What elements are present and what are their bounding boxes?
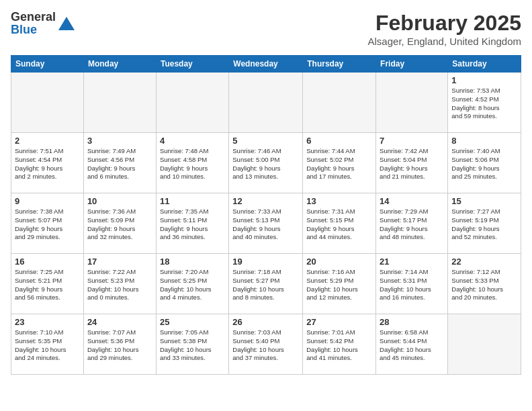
calendar-cell: [376, 73, 448, 133]
weekday-header-tuesday: Tuesday: [156, 56, 228, 73]
calendar-cell: [229, 73, 303, 133]
day-number: 7: [380, 136, 444, 146]
calendar-cell: 13Sunrise: 7:31 AM Sunset: 5:15 PM Dayli…: [303, 193, 376, 254]
calendar-cell: 1Sunrise: 7:53 AM Sunset: 4:52 PM Daylig…: [448, 73, 521, 133]
day-info: Sunrise: 7:35 AM Sunset: 5:11 PM Dayligh…: [160, 208, 225, 242]
day-number: 9: [15, 196, 80, 206]
day-number: 19: [232, 257, 299, 267]
day-number: 18: [160, 257, 225, 267]
day-info: Sunrise: 7:42 AM Sunset: 5:04 PM Dayligh…: [380, 147, 444, 181]
logo-blue: Blue: [11, 23, 37, 36]
calendar-cell: 6Sunrise: 7:44 AM Sunset: 5:02 PM Daylig…: [303, 133, 376, 193]
day-info: Sunrise: 7:14 AM Sunset: 5:31 PM Dayligh…: [380, 268, 444, 302]
calendar-cell: [83, 73, 156, 133]
calendar-cell: 2Sunrise: 7:51 AM Sunset: 4:54 PM Daylig…: [11, 133, 84, 193]
day-number: 5: [232, 136, 299, 146]
day-info: Sunrise: 7:07 AM Sunset: 5:36 PM Dayligh…: [87, 328, 152, 363]
calendar-cell: 4Sunrise: 7:48 AM Sunset: 4:58 PM Daylig…: [156, 133, 228, 193]
day-number: 11: [160, 196, 225, 206]
day-number: 8: [451, 136, 517, 146]
calendar-cell: [11, 73, 84, 133]
day-number: 6: [306, 136, 372, 146]
logo: General Blue: [11, 11, 76, 36]
day-info: Sunrise: 7:49 AM Sunset: 4:56 PM Dayligh…: [87, 147, 152, 181]
day-info: Sunrise: 7:20 AM Sunset: 5:25 PM Dayligh…: [160, 268, 225, 302]
day-info: Sunrise: 7:05 AM Sunset: 5:38 PM Dayligh…: [160, 328, 225, 363]
day-number: 21: [380, 257, 444, 267]
calendar-cell: 8Sunrise: 7:40 AM Sunset: 5:06 PM Daylig…: [448, 133, 521, 193]
weekday-header-sunday: Sunday: [11, 56, 84, 73]
weekday-header-monday: Monday: [83, 56, 156, 73]
day-number: 1: [451, 75, 517, 85]
day-info: Sunrise: 7:51 AM Sunset: 4:54 PM Dayligh…: [15, 147, 80, 181]
calendar-cell: [448, 314, 521, 375]
calendar-cell: 25Sunrise: 7:05 AM Sunset: 5:38 PM Dayli…: [156, 314, 228, 375]
weekday-header-wednesday: Wednesday: [229, 56, 303, 73]
calendar-cell: 9Sunrise: 7:38 AM Sunset: 5:07 PM Daylig…: [11, 193, 84, 254]
day-info: Sunrise: 7:53 AM Sunset: 4:52 PM Dayligh…: [451, 87, 517, 121]
day-info: Sunrise: 7:18 AM Sunset: 5:27 PM Dayligh…: [232, 268, 299, 302]
day-number: 26: [232, 317, 299, 327]
day-info: Sunrise: 7:25 AM Sunset: 5:21 PM Dayligh…: [15, 268, 80, 302]
day-number: 27: [306, 317, 372, 327]
day-number: 3: [87, 136, 152, 146]
day-number: 10: [87, 196, 152, 206]
calendar-cell: 12Sunrise: 7:33 AM Sunset: 5:13 PM Dayli…: [229, 193, 303, 254]
day-number: 4: [160, 136, 225, 146]
calendar-cell: [156, 73, 228, 133]
day-info: Sunrise: 7:46 AM Sunset: 5:00 PM Dayligh…: [232, 147, 299, 181]
day-number: 20: [306, 257, 372, 267]
calendar: SundayMondayTuesdayWednesdayThursdayFrid…: [11, 55, 521, 375]
weekday-header-thursday: Thursday: [303, 56, 376, 73]
calendar-cell: 17Sunrise: 7:22 AM Sunset: 5:23 PM Dayli…: [83, 254, 156, 314]
calendar-cell: 19Sunrise: 7:18 AM Sunset: 5:27 PM Dayli…: [229, 254, 303, 314]
day-number: 17: [87, 257, 152, 267]
day-info: Sunrise: 7:40 AM Sunset: 5:06 PM Dayligh…: [451, 147, 517, 181]
logo-general: General: [11, 10, 56, 24]
weekday-header-friday: Friday: [376, 56, 448, 73]
day-info: Sunrise: 7:01 AM Sunset: 5:42 PM Dayligh…: [306, 328, 372, 363]
day-info: Sunrise: 7:03 AM Sunset: 5:40 PM Dayligh…: [232, 328, 299, 363]
day-number: 12: [232, 196, 299, 206]
day-info: Sunrise: 7:33 AM Sunset: 5:13 PM Dayligh…: [232, 208, 299, 242]
day-number: 16: [15, 257, 80, 267]
calendar-cell: 7Sunrise: 7:42 AM Sunset: 5:04 PM Daylig…: [376, 133, 448, 193]
logo-icon: [57, 14, 76, 33]
day-info: Sunrise: 7:12 AM Sunset: 5:33 PM Dayligh…: [451, 268, 517, 302]
day-info: Sunrise: 7:44 AM Sunset: 5:02 PM Dayligh…: [306, 147, 372, 181]
calendar-cell: 22Sunrise: 7:12 AM Sunset: 5:33 PM Dayli…: [448, 254, 521, 314]
day-info: Sunrise: 7:16 AM Sunset: 5:29 PM Dayligh…: [306, 268, 372, 302]
day-number: 14: [380, 196, 444, 206]
day-number: 22: [451, 257, 517, 267]
weekday-header-saturday: Saturday: [448, 56, 521, 73]
calendar-cell: 14Sunrise: 7:29 AM Sunset: 5:17 PM Dayli…: [376, 193, 448, 254]
calendar-cell: 27Sunrise: 7:01 AM Sunset: 5:42 PM Dayli…: [303, 314, 376, 375]
day-number: 2: [15, 136, 80, 146]
calendar-cell: 28Sunrise: 6:58 AM Sunset: 5:44 PM Dayli…: [376, 314, 448, 375]
calendar-cell: 5Sunrise: 7:46 AM Sunset: 5:00 PM Daylig…: [229, 133, 303, 193]
day-info: Sunrise: 7:22 AM Sunset: 5:23 PM Dayligh…: [87, 268, 152, 302]
svg-marker-0: [58, 17, 75, 30]
day-info: Sunrise: 7:31 AM Sunset: 5:15 PM Dayligh…: [306, 208, 372, 242]
day-number: 25: [160, 317, 225, 327]
day-number: 15: [451, 196, 517, 206]
calendar-cell: 3Sunrise: 7:49 AM Sunset: 4:56 PM Daylig…: [83, 133, 156, 193]
calendar-cell: 11Sunrise: 7:35 AM Sunset: 5:11 PM Dayli…: [156, 193, 228, 254]
calendar-cell: 26Sunrise: 7:03 AM Sunset: 5:40 PM Dayli…: [229, 314, 303, 375]
day-number: 23: [15, 317, 80, 327]
month-title: February 2025: [368, 11, 521, 36]
day-info: Sunrise: 7:36 AM Sunset: 5:09 PM Dayligh…: [87, 208, 152, 242]
location: Alsager, England, United Kingdom: [368, 36, 521, 47]
calendar-cell: 15Sunrise: 7:27 AM Sunset: 5:19 PM Dayli…: [448, 193, 521, 254]
day-number: 24: [87, 317, 152, 327]
day-number: 28: [380, 317, 444, 327]
day-info: Sunrise: 6:58 AM Sunset: 5:44 PM Dayligh…: [380, 328, 444, 363]
day-info: Sunrise: 7:38 AM Sunset: 5:07 PM Dayligh…: [15, 208, 80, 242]
day-info: Sunrise: 7:29 AM Sunset: 5:17 PM Dayligh…: [380, 208, 444, 242]
calendar-cell: 20Sunrise: 7:16 AM Sunset: 5:29 PM Dayli…: [303, 254, 376, 314]
day-info: Sunrise: 7:48 AM Sunset: 4:58 PM Dayligh…: [160, 147, 225, 181]
day-info: Sunrise: 7:10 AM Sunset: 5:35 PM Dayligh…: [15, 328, 80, 363]
day-number: 13: [306, 196, 372, 206]
calendar-cell: 18Sunrise: 7:20 AM Sunset: 5:25 PM Dayli…: [156, 254, 228, 314]
calendar-cell: 24Sunrise: 7:07 AM Sunset: 5:36 PM Dayli…: [83, 314, 156, 375]
